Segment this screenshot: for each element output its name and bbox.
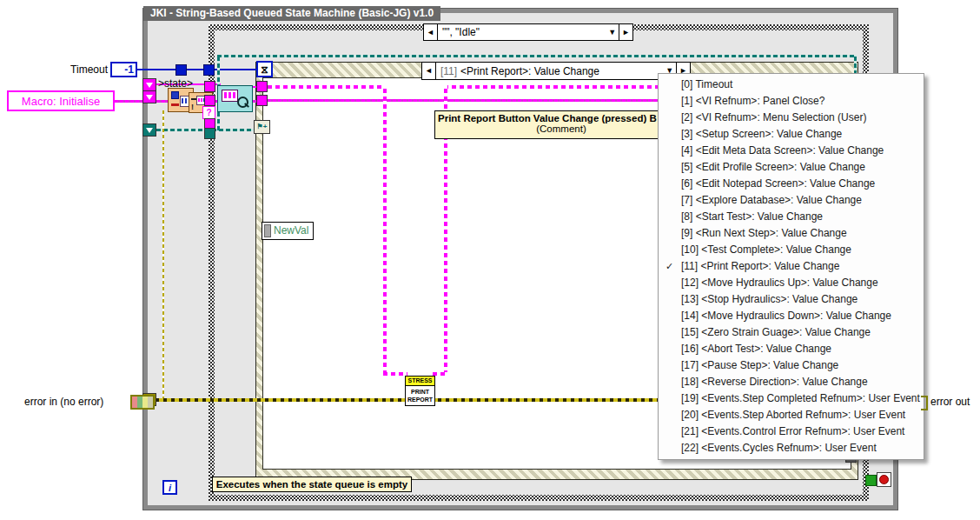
menu-item-label: [17] <Pause Step>: Value Change xyxy=(681,359,838,371)
menu-item-label: [18] <Reverse Direction>: Value Change xyxy=(681,376,868,388)
dynamic-event-terminal: ⚑+ xyxy=(254,120,270,134)
menu-item[interactable]: [6] <Edit Notepad Screen>: Value Change xyxy=(659,176,924,192)
error-out-label: error out xyxy=(930,396,970,408)
down-triangle-icon xyxy=(146,83,153,88)
case-selector-label[interactable]: "", "Idle" xyxy=(438,24,606,40)
shift-register-icon xyxy=(142,123,156,137)
shift-register-icon xyxy=(142,78,156,91)
comment-box[interactable]: Print Report Button Value Change (presse… xyxy=(434,110,688,139)
event-selector[interactable]: ◄ [11]<Print Report>: Value Change ▼ ► xyxy=(421,62,691,80)
queue-bar-icon xyxy=(224,92,227,98)
menu-item[interactable]: [9] <Run Next Step>: Value Change xyxy=(659,225,924,242)
error-in-label: error in (no error) xyxy=(24,396,103,408)
previous-case-arrow-icon[interactable]: ◄ xyxy=(424,24,437,40)
shift-register-icon xyxy=(142,90,156,103)
question-tunnel: ? xyxy=(202,106,215,119)
event-name: <Print Report>: Value Change xyxy=(460,65,599,77)
menu-item[interactable]: [14] <Move Hydraulics Down>: Value Chang… xyxy=(659,308,924,324)
event-data-node[interactable]: NewVal xyxy=(262,222,314,240)
menu-item[interactable]: [5] <Edit Profile Screen>: Value Change xyxy=(659,159,924,176)
menu-item[interactable]: [16] <Abort Test>: Value Change xyxy=(659,341,924,357)
queue-bar-icon xyxy=(185,98,187,103)
menu-item-label: [7] <Explore Database>: Value Change xyxy=(681,194,862,206)
error-in-terminal[interactable] xyxy=(130,395,155,410)
error-cluster-cell xyxy=(148,397,153,408)
error-wire xyxy=(151,398,406,402)
event-refnum-wire xyxy=(149,129,257,131)
frame-note: Executes when the state queue is empty xyxy=(212,477,412,492)
menu-item[interactable]: [1] <VI Refnum>: Panel Close? xyxy=(659,93,924,110)
subvi-name-line2: REPORT xyxy=(406,396,434,403)
labview-block-diagram: JKI - String-Based Queued State Machine … xyxy=(0,0,980,520)
menu-item[interactable]: [20] <Events.Step Aborted Refnum>: User … xyxy=(659,407,924,423)
menu-item-label: [2] <VI Refnum>: Menu Selection (User) xyxy=(681,111,866,123)
menu-item[interactable]: [13] <Stop Hydraulics>: Value Change xyxy=(659,291,924,308)
menu-item[interactable]: [4] <Edit Meta Data Screen>: Value Chang… xyxy=(659,143,924,159)
menu-item-label: [0] Timeout xyxy=(681,78,732,90)
event-string-wire xyxy=(268,99,658,102)
menu-item-label: [11] <Print Report>: Value Change xyxy=(681,260,839,272)
event-dropdown-menu: [0] Timeout[1] <VI Refnum>: Panel Close?… xyxy=(658,73,924,460)
loop-condition-terminal[interactable] xyxy=(877,472,891,487)
event-data-wire xyxy=(268,85,385,89)
event-menu-list: [0] Timeout[1] <VI Refnum>: Panel Close?… xyxy=(659,77,924,457)
comment-line2: (Comment) xyxy=(435,123,687,134)
menu-item[interactable]: [17] <Pause Step>: Value Change xyxy=(659,357,924,374)
event-selector-label[interactable]: [11]<Print Report>: Value Change xyxy=(436,63,663,79)
wire-junction xyxy=(175,64,187,76)
event-refnum-wire xyxy=(854,55,857,75)
timeout-constant[interactable]: -1 xyxy=(110,62,137,77)
dequeue-state-subvi-icon[interactable] xyxy=(217,85,253,112)
exclamation-glyph-icon: ! xyxy=(191,103,194,111)
print-report-subvi-icon[interactable]: STRESS PRINT REPORT xyxy=(405,376,435,406)
menu-item[interactable]: [22] <Events.Cycles Refnum>: User Event xyxy=(659,440,924,457)
case-selector[interactable]: ◄ "", "Idle" ▼ ► xyxy=(423,23,633,41)
previous-event-arrow-icon[interactable]: ◄ xyxy=(422,63,435,79)
menu-item[interactable]: [0] Timeout xyxy=(659,77,924,93)
menu-item-label: [15] <Zero Strain Guage>: Value Change xyxy=(681,326,871,338)
subvi-name-line1: PRINT xyxy=(406,386,434,396)
menu-item[interactable]: [2] <VI Refnum>: Menu Selection (User) xyxy=(659,110,924,126)
menu-item-label: [16] <Abort Test>: Value Change xyxy=(681,343,831,355)
menu-item[interactable]: [3] <Setup Screen>: Value Change xyxy=(659,126,924,143)
menu-item[interactable]: [18] <Reverse Direction>: Value Change xyxy=(659,374,924,390)
menu-item-label: [21] <Events.Control Error Refnum>: User… xyxy=(681,425,904,437)
event-refnum-wire xyxy=(217,55,857,57)
menu-item[interactable]: [8] <Start Test>: Value Change xyxy=(659,209,924,225)
event-data-node-handle[interactable] xyxy=(264,224,271,237)
timeout-wire xyxy=(135,69,257,70)
menu-item-label: [10] <Test Complete>: Value Change xyxy=(681,243,851,256)
menu-item[interactable]: [21] <Events.Control Error Refnum>: User… xyxy=(659,423,924,440)
tunnel xyxy=(204,128,215,139)
queue-bar-icon xyxy=(182,98,183,103)
menu-item-label: [22] <Events.Cycles Refnum>: User Event xyxy=(681,442,877,454)
comment-line1: Print Report Button Value Change (presse… xyxy=(435,111,687,123)
menu-item[interactable]: [19] <Events.Step Completed Refnum>: Use… xyxy=(659,390,924,407)
case-dropdown-arrow-icon[interactable]: ▼ xyxy=(606,24,619,40)
menu-item[interactable]: [10] <Test Complete>: Value Change xyxy=(659,242,924,258)
next-case-arrow-icon[interactable]: ► xyxy=(619,24,632,40)
menu-item-label: [12] <Move Hydraulics Up>: Value Change xyxy=(681,277,878,289)
menu-item[interactable]: [12] <Move Hydraulics Up>: Value Change xyxy=(659,275,924,291)
menu-item-label: [6] <Edit Notepad Screen>: Value Change xyxy=(681,177,875,190)
queue-glyph-icon xyxy=(222,90,238,102)
checkmark-icon: ✓ xyxy=(665,258,673,275)
vi-title-label: JKI - String-Based Queued State Machine … xyxy=(143,6,440,21)
queue-bar-icon xyxy=(228,92,231,98)
menu-item-label: [1] <VI Refnum>: Panel Close? xyxy=(681,95,824,107)
subvi-banner: STRESS xyxy=(406,377,434,386)
menu-item[interactable]: [7] <Explore Database>: Value Change xyxy=(659,192,924,209)
error-branch-wire xyxy=(162,110,164,400)
event-data-field[interactable]: NewVal xyxy=(274,224,308,237)
down-triangle-icon xyxy=(146,95,153,100)
timeout-terminal: ⧖ xyxy=(256,61,273,77)
menu-item-label: [3] <Setup Screen>: Value Change xyxy=(681,128,842,140)
tunnel xyxy=(865,475,877,486)
menu-item[interactable]: [15] <Zero Strain Guage>: Value Change xyxy=(659,324,924,341)
down-triangle-icon xyxy=(146,128,153,133)
refnum-glyph-icon xyxy=(171,91,179,99)
macro-initialise-constant[interactable]: Macro: Initialise xyxy=(7,90,115,111)
menu-item[interactable]: ✓[11] <Print Report>: Value Change xyxy=(659,258,924,275)
red-arrow-icon xyxy=(171,103,179,106)
tunnel xyxy=(204,95,215,106)
